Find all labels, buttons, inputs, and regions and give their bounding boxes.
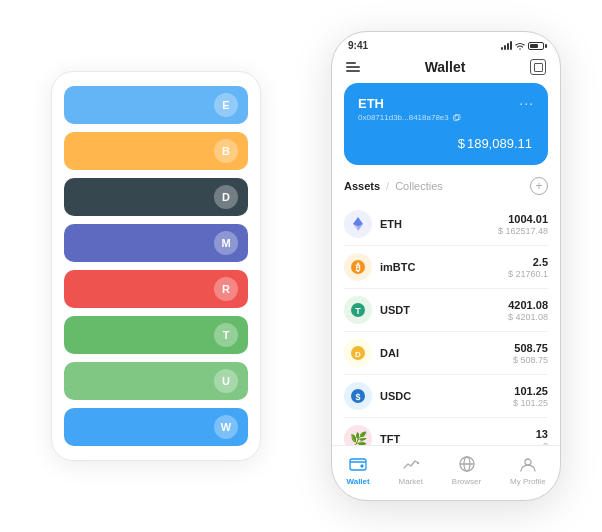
eth-address: 0x08711d3b...8418a78e3 <box>358 113 534 122</box>
card-icon-8: W <box>214 415 238 439</box>
nav-browser-label: Browser <box>452 477 481 486</box>
status-icons <box>501 41 544 50</box>
asset-name-imbtc: imBTC <box>380 261 415 273</box>
add-asset-button[interactable]: + <box>530 177 548 195</box>
svg-text:T: T <box>355 306 361 316</box>
nav-browser[interactable]: Browser <box>452 454 481 486</box>
asset-row-usdc[interactable]: $ USDC 101.25 $ 101.25 <box>344 375 548 418</box>
asset-right-eth: 1004.01 $ 162517.48 <box>498 213 548 236</box>
card-item-6[interactable]: T <box>64 316 248 354</box>
card-icon-1: E <box>214 93 238 117</box>
card-icon-4: M <box>214 231 238 255</box>
asset-right-imbtc: 2.5 $ 21760.1 <box>508 256 548 279</box>
card-icon-5: R <box>214 277 238 301</box>
asset-left-eth: ETH <box>344 210 402 238</box>
asset-left-usdc: $ USDC <box>344 382 411 410</box>
asset-amount-usdc: 101.25 <box>513 385 548 397</box>
wifi-icon <box>515 42 525 50</box>
asset-value-usdc: $ 101.25 <box>513 398 548 408</box>
nav-market[interactable]: Market <box>399 454 423 486</box>
browser-icon <box>457 454 477 474</box>
balance-symbol: $ <box>458 136 465 151</box>
asset-right-usdc: 101.25 $ 101.25 <box>513 385 548 408</box>
eth-ticker: ETH <box>358 96 384 111</box>
phone-content: ETH ··· 0x08711d3b...8418a78e3 $189,089.… <box>332 83 560 445</box>
asset-right-tft: 13 0 <box>536 428 548 446</box>
assets-header: Assets / Collecties + <box>344 177 548 195</box>
asset-left-dai: D DAI <box>344 339 399 367</box>
asset-amount-usdt: 4201.08 <box>508 299 548 311</box>
card-item-4[interactable]: M <box>64 224 248 262</box>
asset-value-usdt: $ 4201.08 <box>508 312 548 322</box>
status-bar: 9:41 <box>332 32 560 55</box>
card-item-2[interactable]: B <box>64 132 248 170</box>
nav-wallet[interactable]: Wallet <box>346 454 369 486</box>
tab-collecties[interactable]: Collecties <box>395 180 443 192</box>
asset-amount-eth: 1004.01 <box>498 213 548 225</box>
svg-text:$: $ <box>355 392 360 402</box>
svg-rect-14 <box>350 459 366 470</box>
signal-icon <box>501 41 512 50</box>
asset-left-usdt: T USDT <box>344 296 410 324</box>
card-icon-7: U <box>214 369 238 393</box>
market-icon <box>401 454 421 474</box>
card-icon-3: D <box>214 185 238 209</box>
card-item-7[interactable]: U <box>64 362 248 400</box>
asset-icon-usdc: $ <box>344 382 372 410</box>
tab-divider: / <box>386 180 389 192</box>
asset-icon-usdt: T <box>344 296 372 324</box>
asset-name-tft: TFT <box>380 433 400 445</box>
svg-point-16 <box>417 462 419 464</box>
battery-icon <box>528 42 544 50</box>
menu-button[interactable] <box>346 62 360 72</box>
asset-amount-dai: 508.75 <box>513 342 548 354</box>
svg-point-15 <box>361 465 363 467</box>
eth-card-header: ETH ··· <box>358 95 534 111</box>
copy-icon <box>453 114 461 122</box>
svg-text:D: D <box>355 350 361 359</box>
asset-right-dai: 508.75 $ 508.75 <box>513 342 548 365</box>
nav-profile-label: My Profile <box>510 477 546 486</box>
nav-market-label: Market <box>399 477 423 486</box>
card-item-8[interactable]: W <box>64 408 248 446</box>
profile-icon <box>518 454 538 474</box>
svg-point-20 <box>525 459 531 465</box>
asset-name-usdt: USDT <box>380 304 410 316</box>
scene: E B D M R T U W 9:41 <box>21 16 581 516</box>
eth-card-menu[interactable]: ··· <box>519 95 534 111</box>
asset-row-eth[interactable]: ETH 1004.01 $ 162517.48 <box>344 203 548 246</box>
asset-amount-tft: 13 <box>536 428 548 440</box>
asset-right-usdt: 4201.08 $ 4201.08 <box>508 299 548 322</box>
asset-value-dai: $ 508.75 <box>513 355 548 365</box>
status-time: 9:41 <box>348 40 368 51</box>
asset-name-dai: DAI <box>380 347 399 359</box>
card-icon-6: T <box>214 323 238 347</box>
card-icon-2: B <box>214 139 238 163</box>
expand-button[interactable] <box>530 59 546 75</box>
asset-row-dai[interactable]: D DAI 508.75 $ 508.75 <box>344 332 548 375</box>
asset-row-usdt[interactable]: T USDT 4201.08 $ 4201.08 <box>344 289 548 332</box>
asset-row-imbtc[interactable]: ₿ imBTC 2.5 $ 21760.1 <box>344 246 548 289</box>
card-item-3[interactable]: D <box>64 178 248 216</box>
asset-icon-imbtc: ₿ <box>344 253 372 281</box>
asset-icon-eth <box>344 210 372 238</box>
asset-name-eth: ETH <box>380 218 402 230</box>
bottom-nav: Wallet Market <box>332 445 560 500</box>
tab-assets[interactable]: Assets <box>344 180 380 192</box>
phone: 9:41 Wallet <box>331 31 561 501</box>
eth-card[interactable]: ETH ··· 0x08711d3b...8418a78e3 $189,089.… <box>344 83 548 165</box>
nav-profile[interactable]: My Profile <box>510 454 546 486</box>
card-item-5[interactable]: R <box>64 270 248 308</box>
asset-value-eth: $ 162517.48 <box>498 226 548 236</box>
page-title: Wallet <box>425 59 466 75</box>
card-item-1[interactable]: E <box>64 86 248 124</box>
asset-left-imbtc: ₿ imBTC <box>344 253 415 281</box>
eth-balance: $189,089.11 <box>358 130 534 153</box>
phone-header: Wallet <box>332 55 560 83</box>
card-stack: E B D M R T U W <box>51 71 261 461</box>
asset-icon-tft: 🌿 <box>344 425 372 445</box>
asset-row-tft[interactable]: 🌿 TFT 13 0 <box>344 418 548 445</box>
assets-tabs: Assets / Collecties <box>344 180 443 192</box>
asset-list: ETH 1004.01 $ 162517.48 ₿ imBTC <box>344 203 548 445</box>
asset-name-usdc: USDC <box>380 390 411 402</box>
